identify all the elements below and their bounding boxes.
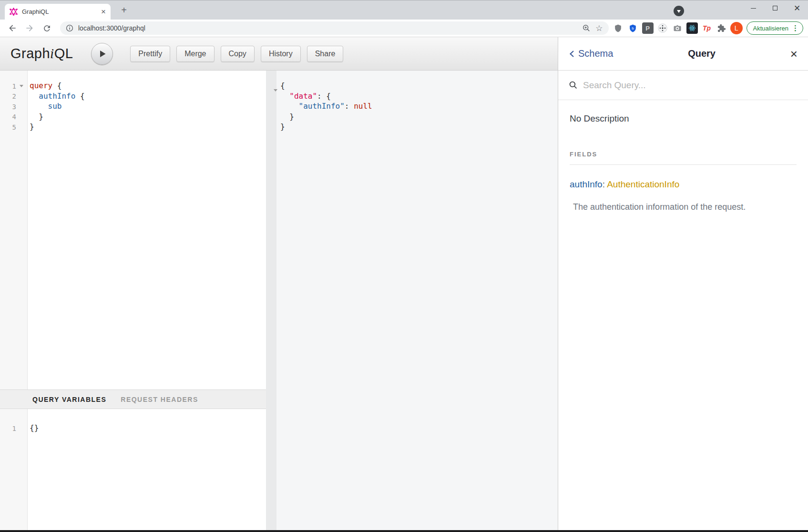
browser-tab[interactable]: GraphiQL × bbox=[5, 4, 111, 20]
tampermonkey-extension-icon[interactable]: Tp bbox=[701, 22, 713, 34]
code-line: "authInfo": null bbox=[280, 102, 558, 112]
camera-extension-icon[interactable] bbox=[672, 22, 683, 34]
forward-arrow-icon bbox=[25, 23, 34, 33]
window-close-button[interactable]: ✕ bbox=[786, 0, 808, 16]
new-tab-button[interactable]: + bbox=[117, 4, 131, 16]
merge-button[interactable]: Merge bbox=[176, 46, 214, 62]
doc-close-icon[interactable]: × bbox=[790, 48, 798, 60]
pane-resize-divider[interactable] bbox=[266, 71, 276, 530]
react-devtools-extension-icon[interactable] bbox=[686, 22, 698, 34]
gutter-line: 5 bbox=[0, 122, 27, 133]
extensions-row: b P Tp bbox=[613, 22, 727, 34]
window-bottom-edge bbox=[0, 530, 808, 532]
code-line: sub bbox=[30, 102, 266, 112]
address-bar[interactable]: localhost:3000/graphql ☆ bbox=[60, 21, 609, 35]
fields-section-header: FIELDS bbox=[570, 151, 797, 165]
graphiql-topbar: GraphiQL Prettify Merge Copy History Sha… bbox=[0, 37, 558, 71]
browser-window: GraphiQL × + ✕ localhost:3000/graphql bbox=[0, 0, 808, 532]
query-editor-code[interactable]: query { authInfo { sub }} bbox=[28, 71, 266, 389]
tab-strip: GraphiQL × + ✕ bbox=[0, 0, 808, 20]
browser-toolbar: localhost:3000/graphql ☆ b P Tp bbox=[0, 20, 808, 37]
doc-back-label: Schema bbox=[578, 48, 613, 59]
doc-explorer-panel: Schema Query × No Description FIELDS aut… bbox=[558, 37, 808, 530]
forward-button[interactable] bbox=[23, 21, 36, 35]
gutter-line: 1 bbox=[0, 423, 27, 434]
code-line: query { bbox=[30, 81, 266, 92]
bookmark-star-icon[interactable]: ☆ bbox=[595, 23, 603, 33]
back-arrow-icon bbox=[8, 23, 17, 33]
graphiql-logo: GraphiQL bbox=[10, 46, 73, 61]
url-text: localhost:3000/graphql bbox=[78, 24, 577, 32]
field-separator: : bbox=[603, 179, 607, 189]
code-line: } bbox=[280, 122, 558, 133]
doc-content: No Description FIELDS authInfo: Authenti… bbox=[558, 100, 808, 212]
code-line: {} bbox=[30, 423, 266, 434]
query-pane: 12345 query { authInfo { sub }} QUERY VA… bbox=[0, 71, 266, 530]
graphiql-main: GraphiQL Prettify Merge Copy History Sha… bbox=[0, 37, 558, 530]
reload-icon bbox=[42, 24, 51, 33]
field-description: The authentication information of the re… bbox=[573, 202, 797, 212]
tab-request-headers[interactable]: REQUEST HEADERS bbox=[121, 396, 198, 403]
doc-explorer-header: Schema Query × bbox=[558, 37, 808, 71]
code-line: "data": { bbox=[280, 92, 558, 102]
graphql-favicon-icon bbox=[10, 8, 18, 16]
field-name-link[interactable]: authInfo bbox=[570, 179, 603, 189]
window-controls: ✕ bbox=[742, 0, 808, 16]
browser-menu-kebab-icon[interactable]: ⋮ bbox=[792, 24, 799, 32]
back-button[interactable] bbox=[6, 21, 19, 35]
zoom-icon[interactable] bbox=[582, 24, 591, 32]
doc-search-input[interactable] bbox=[583, 80, 798, 91]
type-description: No Description bbox=[570, 113, 797, 124]
code-line: } bbox=[280, 112, 558, 123]
variables-editor-code[interactable]: {} bbox=[28, 409, 266, 530]
doc-title: Query bbox=[613, 48, 790, 59]
history-button[interactable]: History bbox=[261, 46, 301, 62]
copy-button[interactable]: Copy bbox=[221, 46, 255, 62]
fold-arrow-icon[interactable] bbox=[20, 85, 23, 87]
editors-area: 12345 query { authInfo { sub }} QUERY VA… bbox=[0, 71, 558, 530]
gutter-line: 3 bbox=[0, 102, 27, 112]
shield-extension-icon[interactable] bbox=[613, 22, 624, 34]
tab-title: GraphiQL bbox=[22, 8, 101, 15]
result-pane: { "data": { "authInfo": null }} bbox=[276, 71, 558, 530]
variables-editor[interactable]: 1 {} bbox=[0, 409, 266, 530]
maximize-button[interactable] bbox=[764, 0, 786, 16]
code-line: authInfo { bbox=[30, 92, 266, 102]
update-button-label: Aktualisieren bbox=[753, 25, 788, 32]
play-icon bbox=[97, 49, 107, 59]
variables-title-bar: QUERY VARIABLES REQUEST HEADERS bbox=[0, 389, 266, 409]
field-row: authInfo: AuthenticationInfo bbox=[570, 179, 797, 190]
tab-query-variables[interactable]: QUERY VARIABLES bbox=[32, 396, 106, 403]
result-fold-arrow-icon[interactable] bbox=[274, 85, 277, 93]
profile-avatar[interactable]: L bbox=[730, 22, 743, 34]
gutter-line: 4 bbox=[0, 112, 27, 123]
result-viewer[interactable]: { "data": { "authInfo": null }} bbox=[280, 81, 558, 133]
dots-circle-extension-icon[interactable] bbox=[657, 22, 668, 34]
variables-editor-gutter: 1 bbox=[0, 409, 28, 530]
bitwarden-extension-icon[interactable]: b bbox=[627, 22, 639, 34]
reload-button[interactable] bbox=[40, 21, 53, 35]
update-indicator-icon[interactable] bbox=[674, 6, 684, 16]
puzzle-extensions-icon[interactable] bbox=[716, 22, 727, 34]
gutter-line: 1 bbox=[0, 81, 27, 92]
query-editor-gutter: 12345 bbox=[0, 71, 28, 389]
result-code-lines: { "data": { "authInfo": null }} bbox=[280, 81, 558, 133]
minimize-button[interactable] bbox=[742, 0, 764, 16]
code-line: } bbox=[30, 112, 266, 123]
execute-button[interactable] bbox=[91, 43, 113, 65]
code-line: { bbox=[280, 81, 558, 92]
site-info-icon[interactable] bbox=[66, 24, 73, 32]
update-button[interactable]: Aktualisieren ⋮ bbox=[747, 21, 803, 35]
p-extension-icon[interactable]: P bbox=[642, 22, 654, 34]
prettify-button[interactable]: Prettify bbox=[130, 46, 170, 62]
field-type-link[interactable]: AuthenticationInfo bbox=[607, 179, 679, 189]
share-button[interactable]: Share bbox=[307, 46, 344, 62]
doc-search-row bbox=[558, 71, 808, 100]
gutter-line: 2 bbox=[0, 92, 27, 102]
doc-back-link[interactable]: Schema bbox=[569, 48, 613, 59]
chevron-left-icon bbox=[569, 50, 575, 58]
tab-close-icon[interactable]: × bbox=[101, 8, 106, 16]
search-icon bbox=[569, 81, 578, 90]
query-editor[interactable]: 12345 query { authInfo { sub }} bbox=[0, 71, 266, 389]
code-line: } bbox=[30, 122, 266, 133]
